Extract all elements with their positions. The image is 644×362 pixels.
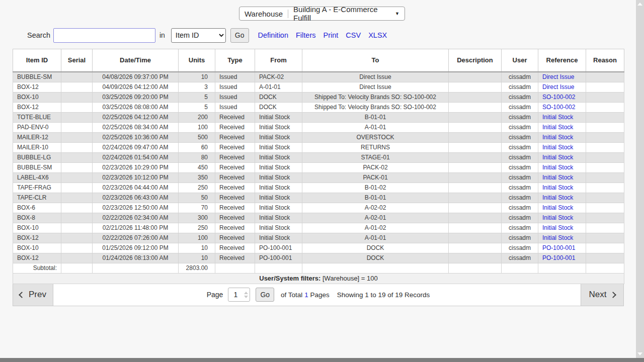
cell-datetime: 02/25/2026 10:36:00 AM xyxy=(93,132,179,142)
reference-link[interactable]: Direct Issue xyxy=(542,83,574,90)
subtotal-label: Subtotal: xyxy=(13,263,61,273)
cell-from: DOCK xyxy=(255,102,302,112)
cell-item-id: MAILER-10 xyxy=(13,142,61,152)
cell-from: Initial Stock xyxy=(255,233,302,243)
cell-to: PACK-01 xyxy=(302,172,449,183)
cell-datetime: 02/24/2026 09:47:00 AM xyxy=(93,142,179,152)
reference-link[interactable]: SO-100-002 xyxy=(542,104,575,111)
cell-reason xyxy=(586,142,624,152)
reference-link[interactable]: SO-100-002 xyxy=(542,94,575,101)
csv-link[interactable]: CSV xyxy=(346,31,361,39)
cell-datetime: 02/23/2026 12:50:00 AM xyxy=(93,203,179,213)
cell-item-id: BOX-12 xyxy=(13,102,61,112)
cell-type: Issued xyxy=(215,72,255,82)
reference-link[interactable]: Initial Stock xyxy=(542,164,573,171)
cell-from: Initial Stock xyxy=(255,193,302,203)
reference-link[interactable]: Initial Stock xyxy=(542,224,573,231)
cell-reason xyxy=(586,243,624,253)
table-row: TOTE-BLUE02/25/2026 04:12:00 AM200Receiv… xyxy=(13,112,624,122)
reference-link[interactable]: Initial Stock xyxy=(542,184,573,191)
empty-cell xyxy=(502,263,538,273)
cell-reason xyxy=(586,132,624,142)
definition-link[interactable]: Definition xyxy=(258,31,288,39)
next-page-button[interactable]: Next xyxy=(581,284,623,306)
reference-link[interactable]: Direct Issue xyxy=(542,73,574,80)
cell-serial xyxy=(61,253,93,263)
cell-serial xyxy=(61,92,93,102)
table-row: MAILER-1002/24/2026 09:47:00 AM60Receive… xyxy=(13,142,624,152)
cell-to: RETURNS xyxy=(302,142,449,152)
reference-link[interactable]: PO-100-001 xyxy=(542,244,575,251)
cell-to: PACK-02 xyxy=(302,162,449,172)
cell-item-id: BUBBLE-SM xyxy=(13,162,61,172)
empty-cell xyxy=(61,263,93,273)
cell-user: cissadm xyxy=(502,233,538,243)
print-link[interactable]: Print xyxy=(323,31,338,39)
filters-link[interactable]: Filters xyxy=(296,31,315,39)
spinner-up-icon[interactable] xyxy=(244,292,248,294)
reference-link[interactable]: Initial Stock xyxy=(542,144,573,151)
reference-link[interactable]: PO-100-001 xyxy=(542,254,575,261)
cell-reference: Initial Stock xyxy=(538,203,586,213)
table-row: BOX-1001/25/2026 09:12:00 PM10ReceivedPO… xyxy=(13,243,624,253)
cell-to: DOCK xyxy=(302,253,449,263)
page-go-button[interactable]: Go xyxy=(256,288,274,302)
reference-link[interactable]: Initial Stock xyxy=(542,174,573,181)
reference-link[interactable]: Initial Stock xyxy=(542,194,573,201)
reference-link[interactable]: Initial Stock xyxy=(542,204,573,211)
reference-link[interactable]: Initial Stock xyxy=(542,114,573,121)
cell-reason xyxy=(586,233,624,243)
prev-page-button[interactable]: Prev xyxy=(13,284,53,306)
cell-from: PACK-02 xyxy=(255,72,302,82)
cell-description xyxy=(449,152,502,162)
reference-link[interactable]: Initial Stock xyxy=(542,214,573,221)
cell-description xyxy=(449,132,502,142)
cell-description xyxy=(449,92,502,102)
cell-serial xyxy=(61,122,93,132)
scrollbar-up-arrow-icon[interactable] xyxy=(637,3,642,6)
cell-units: 250 xyxy=(179,183,215,193)
cell-units: 10 xyxy=(179,72,215,82)
cell-datetime: 02/21/2026 11:48:00 PM xyxy=(93,223,179,233)
cell-to: STAGE-01 xyxy=(302,152,449,162)
empty-cell xyxy=(586,263,624,273)
cell-description xyxy=(449,142,502,152)
xlsx-link[interactable]: XLSX xyxy=(368,31,387,39)
reference-link[interactable]: Initial Stock xyxy=(542,234,573,241)
warehouse-selector-value: Building A - E-Commerce Fulfill xyxy=(293,5,389,22)
table-row: MAILER-1202/25/2026 10:36:00 AM500Receiv… xyxy=(13,132,624,142)
page-number-input[interactable] xyxy=(228,288,243,301)
warehouse-selector[interactable]: Warehouse Building A - E-Commerce Fulfil… xyxy=(239,7,405,21)
cell-units: 450 xyxy=(179,162,215,172)
vertical-scrollbar[interactable] xyxy=(636,0,644,358)
scrollbar-down-arrow-icon[interactable] xyxy=(637,352,642,355)
cell-reason xyxy=(586,213,624,223)
cell-datetime: 02/25/2026 08:34:00 AM xyxy=(93,122,179,132)
cell-reason xyxy=(586,112,624,122)
cell-units: 250 xyxy=(179,223,215,233)
cell-type: Issued xyxy=(215,82,255,92)
cell-type: Received xyxy=(215,193,255,203)
subtotal-value: 2803.00 xyxy=(179,263,215,273)
cell-item-id: TOTE-BLUE xyxy=(13,112,61,122)
cell-user: cissadm xyxy=(502,203,538,213)
pagination-bar: Prev Page Go of Total 1 Pages Showing 1 … xyxy=(13,284,624,306)
cell-type: Received xyxy=(215,112,255,122)
in-label: in xyxy=(159,31,165,39)
search-go-button[interactable]: Go xyxy=(230,28,249,43)
reference-link[interactable]: Initial Stock xyxy=(542,124,573,131)
cell-type: Received xyxy=(215,243,255,253)
spinner-down-icon[interactable] xyxy=(244,296,248,298)
cell-type: Received xyxy=(215,162,255,172)
search-field-select[interactable]: Item ID xyxy=(171,28,226,43)
reference-link[interactable]: Initial Stock xyxy=(542,134,573,141)
search-input[interactable] xyxy=(53,28,155,43)
cell-type: Received xyxy=(215,122,255,132)
reference-link[interactable]: Initial Stock xyxy=(542,154,573,161)
cell-from: DOCK xyxy=(255,92,302,102)
cell-reference: Direct Issue xyxy=(538,82,586,92)
cell-to: Shipped To: Velocity Brands SO: SO-100-0… xyxy=(302,92,449,102)
cell-type: Received xyxy=(215,183,255,193)
cell-item-id: PAD-ENV-0 xyxy=(13,122,61,132)
table-header-row: Item ID Serial Date/Time Units Type From… xyxy=(13,49,624,72)
